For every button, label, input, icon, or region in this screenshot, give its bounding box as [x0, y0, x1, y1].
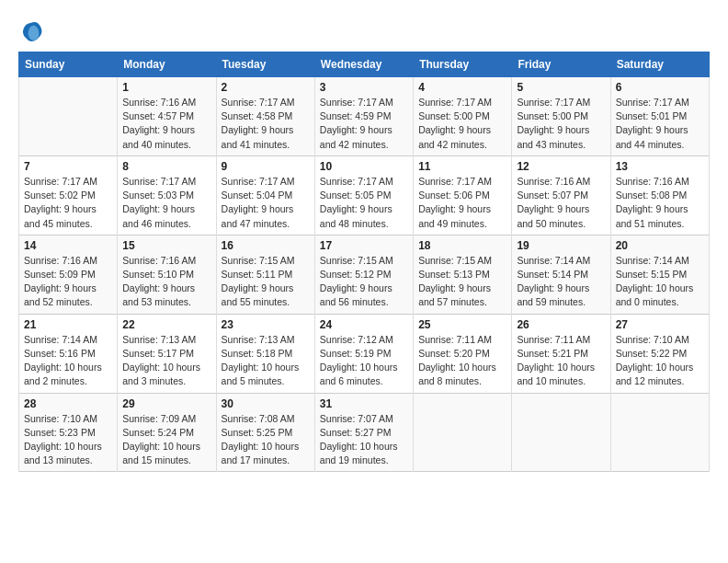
- day-number: 11: [418, 160, 506, 173]
- day-number: 2: [222, 81, 310, 94]
- calendar-cell: 5Sunrise: 7:17 AM Sunset: 5:00 PM Daylig…: [512, 77, 610, 156]
- calendar-cell: 20Sunrise: 7:14 AM Sunset: 5:15 PM Dayli…: [610, 235, 709, 314]
- calendar-cell: 2Sunrise: 7:17 AM Sunset: 4:58 PM Daylig…: [216, 77, 314, 156]
- calendar-cell: 11Sunrise: 7:17 AM Sunset: 5:06 PM Dayli…: [414, 155, 512, 235]
- day-info: Sunrise: 7:17 AM Sunset: 4:59 PM Dayligh…: [320, 96, 408, 152]
- day-info: Sunrise: 7:17 AM Sunset: 5:01 PM Dayligh…: [616, 96, 704, 152]
- day-number: 1: [122, 81, 210, 94]
- day-number: 20: [616, 239, 704, 252]
- day-number: 15: [122, 239, 210, 252]
- day-info: Sunrise: 7:15 AM Sunset: 5:11 PM Dayligh…: [222, 254, 310, 310]
- day-info: Sunrise: 7:17 AM Sunset: 5:00 PM Dayligh…: [517, 96, 605, 152]
- day-info: Sunrise: 7:16 AM Sunset: 5:10 PM Dayligh…: [122, 254, 210, 310]
- calendar-table: SundayMondayTuesdayWednesdayThursdayFrid…: [18, 52, 710, 472]
- day-number: 17: [320, 239, 408, 252]
- calendar-week-row: 7Sunrise: 7:17 AM Sunset: 5:02 PM Daylig…: [19, 155, 710, 235]
- day-info: Sunrise: 7:16 AM Sunset: 5:07 PM Dayligh…: [517, 175, 605, 231]
- day-number: 22: [122, 318, 210, 331]
- day-info: Sunrise: 7:17 AM Sunset: 5:06 PM Dayligh…: [418, 175, 506, 231]
- day-number: 8: [122, 160, 210, 173]
- logo-icon: [18, 18, 44, 44]
- calendar-cell: 18Sunrise: 7:15 AM Sunset: 5:13 PM Dayli…: [414, 235, 512, 314]
- calendar-cell: 26Sunrise: 7:11 AM Sunset: 5:21 PM Dayli…: [512, 314, 610, 393]
- calendar-cell: 13Sunrise: 7:16 AM Sunset: 5:08 PM Dayli…: [610, 155, 709, 235]
- calendar-cell: 28Sunrise: 7:10 AM Sunset: 5:23 PM Dayli…: [19, 393, 118, 472]
- calendar-week-row: 1Sunrise: 7:16 AM Sunset: 4:57 PM Daylig…: [19, 77, 710, 156]
- calendar-cell: 15Sunrise: 7:16 AM Sunset: 5:10 PM Dayli…: [118, 235, 216, 314]
- calendar-header-row: SundayMondayTuesdayWednesdayThursdayFrid…: [19, 52, 710, 77]
- day-number: 4: [418, 81, 506, 94]
- page-header: [18, 18, 710, 44]
- calendar-cell: 16Sunrise: 7:15 AM Sunset: 5:11 PM Dayli…: [216, 235, 314, 314]
- day-info: Sunrise: 7:17 AM Sunset: 5:03 PM Dayligh…: [122, 175, 210, 231]
- day-info: Sunrise: 7:15 AM Sunset: 5:13 PM Dayligh…: [418, 254, 506, 310]
- header-thursday: Thursday: [414, 52, 512, 77]
- day-number: 10: [320, 160, 408, 173]
- day-info: Sunrise: 7:17 AM Sunset: 5:04 PM Dayligh…: [222, 175, 310, 231]
- calendar-cell: 17Sunrise: 7:15 AM Sunset: 5:12 PM Dayli…: [314, 235, 413, 314]
- calendar-cell: [19, 77, 118, 156]
- day-number: 19: [517, 239, 605, 252]
- day-info: Sunrise: 7:17 AM Sunset: 5:02 PM Dayligh…: [24, 175, 112, 231]
- day-number: 9: [222, 160, 310, 173]
- calendar-cell: 1Sunrise: 7:16 AM Sunset: 4:57 PM Daylig…: [118, 77, 216, 156]
- day-number: 29: [122, 397, 210, 410]
- day-info: Sunrise: 7:15 AM Sunset: 5:12 PM Dayligh…: [320, 254, 408, 310]
- header-monday: Monday: [118, 52, 216, 77]
- day-number: 3: [320, 81, 408, 94]
- day-number: 24: [320, 318, 408, 331]
- day-info: Sunrise: 7:13 AM Sunset: 5:17 PM Dayligh…: [122, 333, 210, 389]
- day-info: Sunrise: 7:14 AM Sunset: 5:14 PM Dayligh…: [517, 254, 605, 310]
- day-info: Sunrise: 7:07 AM Sunset: 5:27 PM Dayligh…: [320, 412, 408, 468]
- calendar-cell: 30Sunrise: 7:08 AM Sunset: 5:25 PM Dayli…: [216, 393, 314, 472]
- calendar-cell: 25Sunrise: 7:11 AM Sunset: 5:20 PM Dayli…: [414, 314, 512, 393]
- calendar-cell: 31Sunrise: 7:07 AM Sunset: 5:27 PM Dayli…: [314, 393, 413, 472]
- day-number: 26: [517, 318, 605, 331]
- day-number: 14: [24, 239, 112, 252]
- calendar-cell: 24Sunrise: 7:12 AM Sunset: 5:19 PM Dayli…: [314, 314, 413, 393]
- calendar-week-row: 21Sunrise: 7:14 AM Sunset: 5:16 PM Dayli…: [19, 314, 710, 393]
- day-info: Sunrise: 7:17 AM Sunset: 5:00 PM Dayligh…: [418, 96, 506, 152]
- header-friday: Friday: [512, 52, 610, 77]
- day-info: Sunrise: 7:16 AM Sunset: 4:57 PM Dayligh…: [122, 96, 210, 152]
- header-sunday: Sunday: [19, 52, 118, 77]
- calendar-week-row: 14Sunrise: 7:16 AM Sunset: 5:09 PM Dayli…: [19, 235, 710, 314]
- calendar-cell: 21Sunrise: 7:14 AM Sunset: 5:16 PM Dayli…: [19, 314, 118, 393]
- calendar-cell: 22Sunrise: 7:13 AM Sunset: 5:17 PM Dayli…: [118, 314, 216, 393]
- calendar-cell: 9Sunrise: 7:17 AM Sunset: 5:04 PM Daylig…: [216, 155, 314, 235]
- day-info: Sunrise: 7:11 AM Sunset: 5:21 PM Dayligh…: [517, 333, 605, 389]
- day-number: 12: [517, 160, 605, 173]
- day-info: Sunrise: 7:14 AM Sunset: 5:16 PM Dayligh…: [24, 333, 112, 389]
- calendar-cell: 3Sunrise: 7:17 AM Sunset: 4:59 PM Daylig…: [314, 77, 413, 156]
- calendar-cell: 7Sunrise: 7:17 AM Sunset: 5:02 PM Daylig…: [19, 155, 118, 235]
- calendar-cell: 4Sunrise: 7:17 AM Sunset: 5:00 PM Daylig…: [414, 77, 512, 156]
- day-number: 21: [24, 318, 112, 331]
- day-number: 6: [616, 81, 704, 94]
- calendar-cell: 23Sunrise: 7:13 AM Sunset: 5:18 PM Dayli…: [216, 314, 314, 393]
- day-number: 18: [418, 239, 506, 252]
- day-number: 23: [222, 318, 310, 331]
- day-info: Sunrise: 7:17 AM Sunset: 5:05 PM Dayligh…: [320, 175, 408, 231]
- day-info: Sunrise: 7:13 AM Sunset: 5:18 PM Dayligh…: [222, 333, 310, 389]
- calendar-cell: 19Sunrise: 7:14 AM Sunset: 5:14 PM Dayli…: [512, 235, 610, 314]
- calendar-week-row: 28Sunrise: 7:10 AM Sunset: 5:23 PM Dayli…: [19, 393, 710, 472]
- day-number: 13: [616, 160, 704, 173]
- day-number: 28: [24, 397, 112, 410]
- day-info: Sunrise: 7:10 AM Sunset: 5:22 PM Dayligh…: [616, 333, 704, 389]
- calendar-cell: 29Sunrise: 7:09 AM Sunset: 5:24 PM Dayli…: [118, 393, 216, 472]
- calendar-cell: [512, 393, 610, 472]
- calendar-cell: [414, 393, 512, 472]
- day-info: Sunrise: 7:11 AM Sunset: 5:20 PM Dayligh…: [418, 333, 506, 389]
- day-number: 5: [517, 81, 605, 94]
- day-info: Sunrise: 7:14 AM Sunset: 5:15 PM Dayligh…: [616, 254, 704, 310]
- day-number: 27: [616, 318, 704, 331]
- calendar-cell: 8Sunrise: 7:17 AM Sunset: 5:03 PM Daylig…: [118, 155, 216, 235]
- calendar-cell: 27Sunrise: 7:10 AM Sunset: 5:22 PM Dayli…: [610, 314, 709, 393]
- day-info: Sunrise: 7:08 AM Sunset: 5:25 PM Dayligh…: [222, 412, 310, 468]
- day-info: Sunrise: 7:16 AM Sunset: 5:09 PM Dayligh…: [24, 254, 112, 310]
- calendar-cell: 6Sunrise: 7:17 AM Sunset: 5:01 PM Daylig…: [610, 77, 709, 156]
- header-saturday: Saturday: [610, 52, 709, 77]
- day-info: Sunrise: 7:12 AM Sunset: 5:19 PM Dayligh…: [320, 333, 408, 389]
- day-number: 31: [320, 397, 408, 410]
- header-wednesday: Wednesday: [314, 52, 413, 77]
